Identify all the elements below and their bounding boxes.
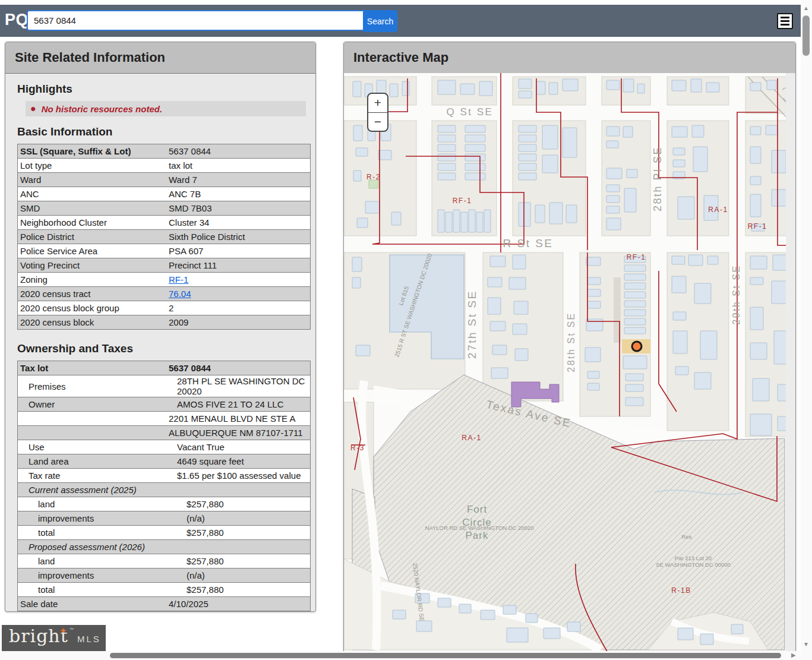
row-label: Tax lot [18, 362, 166, 374]
row-label: Land area [18, 456, 175, 467]
zone-label: R-1B [671, 586, 691, 595]
zoom-in-button[interactable]: + [368, 94, 387, 112]
row-label: Zoning [18, 274, 166, 285]
table-row: Tax rate$1.65 per $100 assessed value [18, 468, 310, 482]
street-label: 28th St SE [566, 312, 576, 372]
row-label: Lot type [18, 160, 166, 171]
map-canvas[interactable]: Q St SER St SE27th St SE28th St SE28th P… [344, 73, 795, 660]
search-button[interactable]: Search [363, 10, 397, 32]
row-label: land [18, 498, 184, 510]
search-input[interactable] [27, 10, 369, 31]
parcel-label: SE WASHINGTON DC 00000 [656, 561, 731, 568]
row-label: Police Service Area [18, 245, 166, 257]
row-label: Proposed assessment (2026) [18, 541, 175, 552]
trademark-mark: ™ [69, 627, 74, 631]
table-row: 2020 census block2009 [18, 315, 310, 329]
street-label: 29th St SE [731, 264, 741, 325]
row-label: Use [18, 441, 175, 453]
row-value: Ward 7 [166, 174, 310, 185]
zoning-link[interactable]: RF-1 [169, 274, 188, 285]
page: PQ Search Site Related Information Highl… [0, 0, 812, 660]
map-right-gutter [786, 73, 795, 660]
star-icon: ✦ [59, 626, 67, 636]
table-row: Current assessment (2025) [18, 482, 310, 497]
row-value [175, 490, 310, 491]
row-label: Sale date [18, 598, 166, 610]
row-label: 2020 census block group [18, 302, 166, 314]
row-value: $257,880 [184, 498, 310, 510]
vertical-scrollbar[interactable]: ▲ ▼ [801, 0, 812, 660]
table-row: 2020 census tract76.04 [18, 286, 310, 301]
horizontal-scrollbar[interactable]: ▶ [0, 651, 801, 660]
row-value: $1.65 per $100 assessed value [175, 470, 310, 481]
table-row: 2020 census block group2 [18, 301, 310, 315]
zoom-out-button[interactable]: − [368, 113, 387, 131]
table-row: ANCANC 7B [18, 187, 310, 201]
horizontal-scroll-thumb[interactable] [110, 653, 781, 658]
row-label: Ward [18, 174, 166, 185]
property-marker[interactable] [632, 342, 642, 351]
row-value: PSA 607 [166, 245, 310, 257]
parcel-label: Res [682, 533, 692, 540]
row-label: improvements [18, 570, 184, 581]
table-row: Tax lot5637 0844 [18, 361, 310, 375]
highlight-note: No historic resources noted. [42, 104, 162, 114]
table-row: total$257,880 [18, 582, 310, 596]
row-label: improvements [18, 513, 184, 524]
zone-label: R-2 [366, 173, 381, 181]
row-value: 2 [166, 302, 310, 314]
table-row: Neighborhood ClusterCluster 34 [18, 215, 310, 229]
table-row: SSL (Square, Suffix & Lot)5637 0844 [18, 144, 310, 158]
scroll-right-arrow[interactable]: ▶ [791, 652, 796, 658]
park-label: Park [466, 530, 489, 541]
site-info-panel: Site Related Information Highlights ● No… [5, 42, 316, 612]
zone-label: RF-1 [627, 253, 646, 261]
map-area: Q St SER St SE27th St SE28th St SE28th P… [344, 73, 795, 660]
row-label: ANC [18, 188, 166, 200]
row-label: SMD [18, 203, 166, 214]
table-row: SMDSMD 7B03 [18, 201, 310, 215]
bullet-icon: ● [30, 103, 36, 114]
row-label: SSL (Square, Suffix & Lot) [18, 146, 166, 157]
highlight-note-strip: ● No historic resources noted. [26, 101, 306, 116]
row-value: Sixth Police District [166, 231, 310, 242]
table-row: Premises28TH PL SE WASHINGTON DC 20020 [18, 375, 310, 397]
row-value: SMD 7B03 [166, 203, 310, 214]
row-value: 5637 0844 [166, 362, 310, 374]
table-row: Land area4649 square feet [18, 454, 310, 468]
row-value: 4/10/2025 [166, 598, 310, 610]
row-label: total [18, 584, 184, 595]
table-row: Police Service AreaPSA 607 [18, 244, 310, 258]
site-info-header: Site Related Information [5, 42, 315, 74]
menu-button[interactable] [777, 13, 793, 29]
row-label: 2020 census block [18, 317, 166, 328]
row-value: 5637 0844 [166, 146, 310, 157]
row-value: ALBUQUERQUE NM 87107-1711 [166, 427, 310, 438]
app-logo: PQ [5, 11, 29, 29]
row-value: $257,880 [184, 584, 310, 595]
row-value: 28TH PL SE WASHINGTON DC 20020 [175, 375, 310, 397]
row-value: Precinct 111 [166, 260, 310, 271]
table-row: ZoningRF-1 [18, 272, 310, 286]
basic-info-table: SSL (Square, Suffix & Lot)5637 0844Lot t… [17, 144, 311, 330]
row-label: Police District [18, 231, 166, 242]
park-label: Circle [462, 517, 491, 528]
row-label: Owner [18, 399, 175, 410]
row-label: Tax rate [18, 470, 175, 481]
zone-label: RF-1 [453, 197, 472, 205]
scroll-up-arrow[interactable]: ▲ [803, 5, 809, 11]
table-row: improvements(n/a) [18, 511, 310, 525]
table-row: 2201 MENAUL BLVD NE STE A [18, 411, 310, 425]
table-row: Sale date4/10/2025 [18, 596, 310, 611]
table-row: Police DistrictSixth Police District [18, 229, 310, 244]
table-row: improvements(n/a) [18, 568, 310, 582]
row-label: land [18, 555, 184, 567]
map-header: Interactive Map [344, 42, 795, 74]
row-value: 2201 MENAUL BLVD NE STE A [166, 413, 310, 424]
vertical-scroll-thumb[interactable] [802, 15, 810, 56]
street-label: Q St SE [447, 106, 494, 118]
brand-suffix: MLS [77, 634, 101, 644]
row-value: $257,880 [184, 527, 310, 538]
2020-census-tract-link[interactable]: 76.04 [169, 289, 191, 299]
scroll-down-arrow[interactable]: ▼ [803, 642, 809, 648]
